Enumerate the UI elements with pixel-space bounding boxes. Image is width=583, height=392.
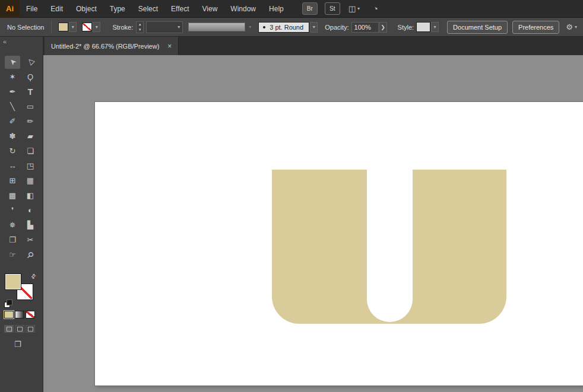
brush-definition-value[interactable]: 3 pt. Round bbox=[258, 22, 309, 33]
blend-tool-icon: ◐ bbox=[28, 206, 33, 215]
default-stroke-icon bbox=[7, 299, 12, 305]
stroke-color-combo[interactable]: ▾ bbox=[82, 22, 100, 32]
width-profile-dropdown[interactable]: ▾ bbox=[245, 23, 253, 31]
chevron-down-icon: ▾ bbox=[313, 24, 315, 30]
letter-u-shape[interactable] bbox=[272, 170, 506, 324]
draw-normal-button[interactable] bbox=[4, 325, 14, 333]
none-button[interactable] bbox=[26, 311, 35, 318]
blend-tool[interactable]: ◐ bbox=[23, 204, 38, 217]
shape-builder-tool[interactable]: ⊞ bbox=[5, 174, 20, 187]
paintbrush-tool-icon: ✐ bbox=[9, 117, 16, 126]
stroke-label[interactable]: Stroke: bbox=[112, 24, 133, 31]
type-tool[interactable]: T bbox=[23, 85, 38, 98]
menu-help[interactable]: Help bbox=[262, 0, 290, 17]
free-transform-tool[interactable]: ◳ bbox=[23, 160, 38, 173]
chevron-down-icon: ▾ bbox=[434, 24, 436, 30]
pen-tool[interactable]: ✒ bbox=[5, 85, 20, 98]
fill-color-combo[interactable]: ▾ bbox=[58, 22, 77, 32]
draw-behind-button[interactable] bbox=[15, 325, 24, 333]
screen-mode-button[interactable]: ❐ bbox=[14, 340, 21, 349]
eyedropper-tool[interactable]: ❜ bbox=[5, 204, 20, 217]
selection-tool[interactable]: ➤ bbox=[5, 56, 20, 69]
menu-edit[interactable]: Edit bbox=[44, 0, 69, 17]
brush-definition-dropdown[interactable]: ▾ bbox=[310, 22, 318, 33]
chevron-down-icon: ▾ bbox=[249, 24, 251, 30]
zoom-tool[interactable]: ⚲ bbox=[23, 248, 38, 262]
pencil-tool[interactable]: ✏ bbox=[23, 115, 38, 128]
magic-wand-tool[interactable]: ✶ bbox=[5, 71, 20, 84]
brush-definition-combo[interactable]: 3 pt. Round ▾ bbox=[258, 22, 318, 33]
default-fill-stroke-icon[interactable] bbox=[4, 299, 12, 307]
column-graph-tool[interactable]: ▙ bbox=[23, 219, 38, 232]
menu-file[interactable]: File bbox=[20, 0, 44, 17]
stroke-color-swatch[interactable] bbox=[82, 23, 92, 31]
menu-object[interactable]: Object bbox=[69, 0, 103, 17]
artboard[interactable] bbox=[95, 102, 583, 385]
rectangle-tool[interactable]: ▭ bbox=[23, 100, 38, 113]
fill-color-dropdown[interactable]: ▾ bbox=[69, 22, 77, 32]
style-dropdown[interactable]: ▾ bbox=[431, 22, 439, 32]
stroke-weight-dropdown[interactable]: ▾ bbox=[146, 21, 183, 33]
scale-tool[interactable]: ❏ bbox=[23, 145, 38, 158]
menu-view[interactable]: View bbox=[196, 0, 224, 17]
menu-items: FileEditObjectTypeSelectEffectViewWindow… bbox=[20, 0, 290, 17]
blob-brush-tool[interactable]: ✽ bbox=[5, 130, 20, 143]
preferences-button[interactable]: Preferences bbox=[512, 21, 559, 34]
sync-status-icon[interactable]: ◔ bbox=[373, 4, 378, 14]
menu-window[interactable]: Window bbox=[224, 0, 262, 17]
color-button[interactable] bbox=[4, 311, 14, 318]
fill-color-swatch[interactable] bbox=[58, 23, 68, 31]
document-setup-button[interactable]: Document Setup bbox=[447, 21, 508, 34]
eraser-tool[interactable]: ▰ bbox=[23, 130, 38, 143]
symbol-sprayer-tool[interactable]: ✵ bbox=[5, 219, 20, 232]
gradient-button[interactable] bbox=[15, 311, 24, 318]
style-label[interactable]: Style: bbox=[398, 24, 414, 31]
document-tab-bar: Untitled-2* @ 66.67% (RGB/Preview) × bbox=[43, 37, 583, 55]
slice-tool[interactable]: ✂ bbox=[23, 234, 38, 247]
menu-select[interactable]: Select bbox=[132, 0, 164, 17]
lasso-tool[interactable]: Ϙ bbox=[23, 71, 38, 84]
opacity-label[interactable]: Opacity: bbox=[325, 24, 348, 31]
rotate-tool-icon: ↻ bbox=[9, 146, 16, 155]
menu-effect[interactable]: Effect bbox=[164, 0, 195, 17]
line-segment-tool[interactable]: ╲ bbox=[5, 100, 20, 113]
stepper-up-icon[interactable]: ▲ bbox=[137, 22, 143, 27]
menu-type[interactable]: Type bbox=[103, 0, 132, 17]
chevron-down-icon: ▾ bbox=[72, 24, 74, 30]
fill-proxy-swatch[interactable] bbox=[5, 274, 21, 289]
perspective-grid-tool-icon: ▦ bbox=[27, 176, 34, 185]
opacity-input[interactable]: 100% bbox=[351, 22, 379, 33]
paintbrush-tool[interactable]: ✐ bbox=[5, 115, 20, 128]
mesh-tool-icon: ▩ bbox=[9, 191, 16, 200]
style-swatch[interactable] bbox=[416, 22, 430, 32]
letter-u-notch bbox=[367, 170, 413, 322]
perspective-grid-tool[interactable]: ▦ bbox=[23, 174, 38, 187]
control-tools-group[interactable]: ⚙ ▾ bbox=[566, 23, 577, 31]
style-combo[interactable]: ▾ bbox=[416, 22, 439, 32]
draw-inside-button[interactable] bbox=[26, 325, 35, 333]
mesh-tool[interactable]: ▩ bbox=[5, 189, 20, 202]
rotate-tool[interactable]: ↻ bbox=[5, 145, 20, 158]
stroke-color-dropdown[interactable]: ▾ bbox=[93, 22, 100, 32]
collapse-panel-button[interactable]: « bbox=[3, 38, 7, 45]
stepper-down-icon[interactable]: ▼ bbox=[137, 27, 143, 33]
direct-selection-tool[interactable]: ▷ bbox=[23, 56, 38, 69]
hand-tool[interactable]: ☞ bbox=[5, 248, 20, 262]
width-tool[interactable]: ↔ bbox=[5, 160, 20, 173]
swap-fill-stroke-icon[interactable]: ⇄ bbox=[29, 272, 37, 281]
stroke-weight-stepper[interactable]: ▲ ▼ bbox=[136, 21, 144, 33]
workspace-switcher[interactable]: ◫ ▾ bbox=[348, 4, 360, 13]
close-icon[interactable]: × bbox=[167, 42, 172, 50]
chevron-down-icon: ▾ bbox=[96, 24, 98, 30]
chevron-down-icon: ▾ bbox=[575, 24, 577, 30]
opacity-flyout-button[interactable]: ❯ bbox=[379, 22, 387, 33]
workspace-icon: ◫ bbox=[348, 4, 356, 13]
pen-tool-icon: ✒ bbox=[9, 87, 16, 96]
gradient-tool[interactable]: ◧ bbox=[23, 189, 38, 202]
bridge-button[interactable]: Br bbox=[302, 2, 318, 15]
blob-brush-tool-icon: ✽ bbox=[9, 132, 16, 141]
artboard-tool[interactable]: ❐ bbox=[5, 234, 20, 247]
stock-button[interactable]: St bbox=[325, 2, 340, 15]
document-tab[interactable]: Untitled-2* @ 66.67% (RGB/Preview) × bbox=[45, 37, 179, 55]
canvas-area[interactable] bbox=[43, 55, 583, 392]
